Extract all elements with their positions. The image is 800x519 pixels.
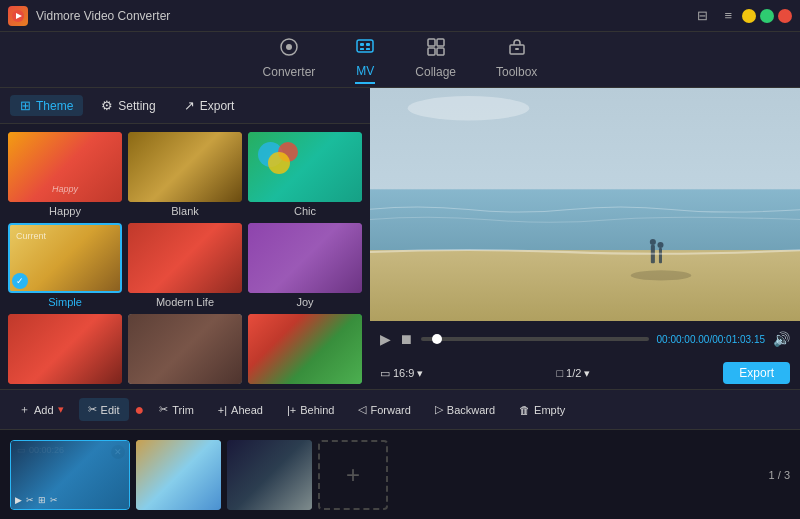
theme-happy-label: Happy [49,205,81,217]
theme-joy[interactable]: Joy [248,223,362,308]
tab-toolbox[interactable]: Toolbox [496,37,537,83]
timeline-page: 1 / 3 [769,469,790,481]
empty-button[interactable]: 🗑 Empty [510,399,574,421]
backward-button[interactable]: ▷ Backward [426,398,504,421]
trim-red-icon: ● [135,401,145,419]
backward-label: Backward [447,404,495,416]
behind-label: Behind [300,404,334,416]
quality-label: 1/2 [566,367,581,379]
svg-rect-10 [437,39,444,46]
svg-rect-18 [370,250,800,321]
sub-tab-setting[interactable]: ⚙ Setting [91,95,165,116]
video-preview [370,88,800,321]
ratio-icon: ▭ [380,367,390,380]
converter-icon [279,37,299,62]
theme-modernlife-label: Modern Life [156,296,214,308]
video-controls-secondary: ▭ 16:9 ▾ □ 1/2 ▾ Export [370,357,800,389]
theme-simple[interactable]: Current ✓ Simple [8,223,122,308]
edit-label: Edit [101,404,120,416]
svg-point-3 [286,44,292,50]
backward-icon: ▷ [435,403,443,416]
clip1-crop-icon[interactable]: ⊞ [38,495,46,505]
svg-point-23 [657,242,663,248]
behind-button[interactable]: |+ Behind [278,399,344,421]
timeline-clip-2[interactable] [136,440,221,510]
aspect-ratio-selector[interactable]: ▭ 16:9 ▾ [380,367,423,380]
mv-icon [355,36,375,61]
theme-fashion-label: Fashion [165,387,204,389]
theme-chic[interactable]: Chic [248,132,362,217]
theme-happy-thumb: Happy [8,132,122,202]
collage-icon [426,37,446,62]
svg-rect-7 [360,48,364,50]
forward-icon: ◁ [358,403,366,416]
add-clip-button[interactable]: + [318,440,388,510]
minimize-button[interactable] [742,9,756,23]
ratio-dropdown-icon: ▾ [417,367,423,380]
timeline: ▭ 00:00:26 ✕ ▶ ✂ ⊞ ✂ + 1 / 3 [0,429,800,519]
svg-rect-6 [366,43,370,46]
quality-icon: □ [556,367,563,379]
maximize-button[interactable] [760,9,774,23]
theme-grid: Happy Happy Blank [0,124,370,389]
behind-icon: |+ [287,404,296,416]
app-title: Vidmore Video Converter [36,9,693,23]
theme-chic-thumb [248,132,362,202]
toolbox-icon [507,37,527,62]
theme-happy[interactable]: Happy Happy [8,132,122,217]
theme-romantic-label: Romantic [42,387,88,389]
timeline-clip-1[interactable]: ▭ 00:00:26 ✕ ▶ ✂ ⊞ ✂ [10,440,130,510]
clip1-scissors-icon[interactable]: ✂ [50,495,58,505]
close-button[interactable] [778,9,792,23]
theme-modernlife[interactable]: Modern Life [128,223,242,308]
play-button[interactable]: ▶ [380,331,391,347]
theme-simple-label: Simple [48,296,82,308]
clip1-play-icon[interactable]: ▶ [15,495,22,505]
tab-converter[interactable]: Converter [263,37,316,83]
sub-tab-theme-label: Theme [36,99,73,113]
edit-button[interactable]: ✂ Edit [79,398,129,421]
timeline-clip-3[interactable] [227,440,312,510]
trim-label: Trim [172,404,194,416]
trim-button[interactable]: ✂ Trim [150,398,203,421]
theme-joy-label: Joy [296,296,313,308]
quality-selector[interactable]: □ 1/2 ▾ [556,367,590,380]
sub-tab-theme[interactable]: ⊞ Theme [10,95,83,116]
add-icon: ＋ [19,402,30,417]
svg-rect-8 [366,48,370,50]
sub-tabs: ⊞ Theme ⚙ Setting ↗ Export [0,88,370,124]
right-panel: ▶ ⏹ 00:00:00.00/00:01:03.15 🔊 ▭ 16:9 ▾ [370,88,800,389]
svg-point-21 [650,239,656,245]
window-menu-buttons: ⊟ ≡ [693,8,736,23]
theme-leisure[interactable]: Leisure [248,314,362,389]
grid-icon[interactable]: ≡ [720,8,736,23]
sub-tab-export[interactable]: ↗ Export [174,95,245,116]
theme-romantic-thumb [8,314,122,384]
theme-blank[interactable]: Blank [128,132,242,217]
tab-toolbox-label: Toolbox [496,65,537,79]
window-controls[interactable] [742,9,792,23]
trim-icon: ✂ [159,403,168,416]
tab-collage[interactable]: Collage [415,37,456,83]
svg-point-19 [631,270,692,280]
export-button[interactable]: Export [723,362,790,384]
titlebar: Vidmore Video Converter ⊟ ≡ [0,0,800,32]
tab-converter-label: Converter [263,65,316,79]
menu-icon[interactable]: ⊟ [693,8,712,23]
setting-subtab-icon: ⚙ [101,98,113,113]
ahead-icon: +| [218,404,227,416]
theme-simple-thumb: Current ✓ [8,223,122,293]
tab-mv[interactable]: MV [355,36,375,84]
svg-rect-12 [437,48,444,55]
sub-tab-export-label: Export [200,99,235,113]
video-controls: ▶ ⏹ 00:00:00.00/00:01:03.15 🔊 [370,321,800,357]
volume-icon[interactable]: 🔊 [773,331,790,347]
theme-fashion[interactable]: Fashion [128,314,242,389]
theme-romantic[interactable]: Romantic [8,314,122,389]
progress-bar[interactable] [421,337,649,341]
clip1-edit-icon[interactable]: ✂ [26,495,34,505]
stop-button[interactable]: ⏹ [399,331,413,347]
add-button[interactable]: ＋ Add ▾ [10,397,73,422]
ahead-button[interactable]: +| Ahead [209,399,272,421]
forward-button[interactable]: ◁ Forward [349,398,419,421]
